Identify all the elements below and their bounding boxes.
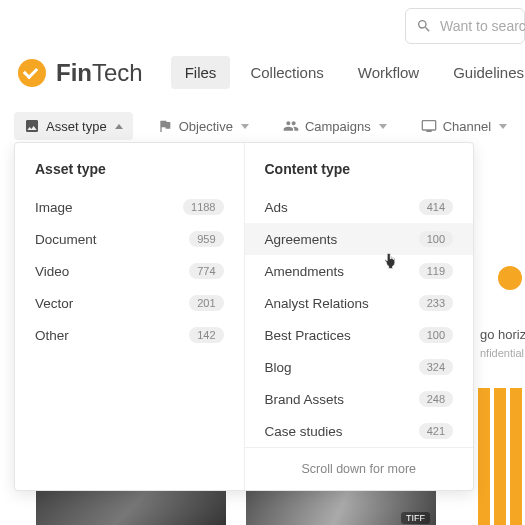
search-input[interactable]: Want to search	[405, 8, 525, 44]
list-item[interactable]: Document959	[15, 223, 244, 255]
chevron-up-icon	[115, 124, 123, 129]
monitor-icon	[421, 118, 437, 134]
count-badge: 774	[189, 263, 223, 279]
asset-type-dropdown: Asset type Image1188 Document959 Video77…	[14, 142, 474, 491]
header: FinTech Files Collections Workflow Guide…	[18, 56, 525, 89]
count-badge: 959	[189, 231, 223, 247]
thumbnail[interactable]: TIFF	[246, 488, 436, 525]
list-item[interactable]: Brand Assets248	[245, 383, 474, 415]
column-title: Content type	[245, 161, 474, 191]
filter-campaigns[interactable]: Campaigns	[273, 112, 397, 140]
chevron-down-icon	[499, 124, 507, 129]
list-item[interactable]: Other142	[15, 319, 244, 351]
count-badge: 201	[189, 295, 223, 311]
nav-tabs: Files Collections Workflow Guidelines Te…	[171, 56, 525, 89]
thumbnail[interactable]	[36, 488, 226, 525]
filter-channel[interactable]: Channel	[411, 112, 517, 140]
list-item[interactable]: Agreements100	[245, 223, 474, 255]
search-icon	[416, 18, 432, 34]
file-badge: TIFF	[401, 512, 430, 524]
count-badge: 233	[419, 295, 453, 311]
list-item[interactable]: Video774	[15, 255, 244, 287]
list-item[interactable]: Amendments119	[245, 255, 474, 287]
tab-files[interactable]: Files	[171, 56, 231, 89]
count-badge: 421	[419, 423, 453, 439]
filter-asset-type[interactable]: Asset type	[14, 112, 133, 140]
content-type-column: Content type Ads414 Agreements100 Amendm…	[244, 143, 474, 490]
list-item[interactable]: Analyst Relations233	[245, 287, 474, 319]
count-badge: 119	[419, 263, 453, 279]
count-badge: 324	[419, 359, 453, 375]
bg-card-sub: nfidential	[480, 347, 524, 359]
bg-card-title: go horiz	[480, 327, 525, 342]
list-item[interactable]: Case studies421	[245, 415, 474, 447]
list-item[interactable]: Image1188	[15, 191, 244, 223]
image-icon	[24, 118, 40, 134]
brand-name: FinTech	[56, 59, 143, 87]
chevron-down-icon	[241, 124, 249, 129]
search-placeholder: Want to search	[440, 18, 525, 34]
count-badge: 414	[419, 199, 453, 215]
list-item[interactable]: Vector201	[15, 287, 244, 319]
scroll-more-hint: Scroll down for more	[245, 447, 474, 490]
list-item[interactable]: Ads414	[245, 191, 474, 223]
asset-type-column: Asset type Image1188 Document959 Video77…	[15, 143, 244, 490]
column-title: Asset type	[15, 161, 244, 191]
people-icon	[283, 118, 299, 134]
bg-chart-bars	[478, 388, 525, 525]
tab-guidelines[interactable]: Guidelines	[439, 56, 525, 89]
list-item[interactable]: Blog324	[245, 351, 474, 383]
flag-icon	[157, 118, 173, 134]
tab-workflow[interactable]: Workflow	[344, 56, 433, 89]
chevron-down-icon	[379, 124, 387, 129]
bg-logo-icon	[498, 266, 522, 290]
count-badge: 248	[419, 391, 453, 407]
count-badge: 100	[419, 231, 453, 247]
tab-collections[interactable]: Collections	[236, 56, 337, 89]
count-badge: 142	[189, 327, 223, 343]
list-item[interactable]: Best Practices100	[245, 319, 474, 351]
filter-objective[interactable]: Objective	[147, 112, 259, 140]
count-badge: 1188	[183, 199, 223, 215]
logo-icon	[18, 59, 46, 87]
count-badge: 100	[419, 327, 453, 343]
